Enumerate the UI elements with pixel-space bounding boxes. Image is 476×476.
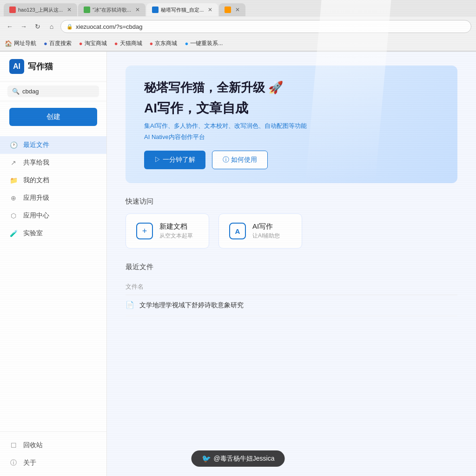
sidebar-label-upgrade: 应用升级 [23,194,49,202]
bookmark-icon-reinstall: ● [185,40,188,47]
forward-button[interactable]: → [19,21,29,32]
new-doc-title: 新建文档 [159,222,193,231]
quick-access-section: 快速访问 + 新建文档 从空文本起草 A AI写作 [126,197,457,249]
column-name: 文件名 [126,283,457,291]
tab-2[interactable]: "冰"在苏轼诗歌... ✕ [78,3,145,16]
tab-label-3: 秘塔写作猫_自定... [161,7,204,13]
search-bar[interactable]: 🔍 [7,86,99,97]
new-doc-desc: 从空文本起草 [159,232,193,240]
ai-writing-text: AI写作 让AI辅助您 [252,222,280,240]
recent-files-section: 最近文件 文件名 📄 文学地理学视域下舒婷诗歌意象研究 [126,263,457,316]
address-bar[interactable]: 🔒 xiezuocat.com/?s=cbdag [60,20,471,33]
ai-writing-desc: 让AI辅助您 [252,232,280,240]
bookmark-label-taobao: 淘宝商城 [85,40,107,47]
tab-favicon-3 [152,7,159,13]
hero-title-line1: 秘塔写作猫，全新升级 🚀 [144,79,439,96]
bookmark-label-tianmao: 天猫商城 [120,40,142,47]
file-name: 文学地理学视域下舒婷诗歌意象研究 [139,301,244,310]
sidebar-label-shared: 共享给我 [23,159,49,167]
sidebar-item-app-center[interactable]: ⬡ 应用中心 [0,207,106,225]
main-content: 秘塔写作猫，全新升级 🚀 AI写作，文章自成 集AI写作、多人协作、文本校对、改… [107,52,476,476]
tab-favicon-2 [84,7,90,13]
sidebar-item-lab[interactable]: 🧪 实验室 [0,225,106,242]
trash-icon: ☐ [9,441,18,450]
hero-buttons: ▷ 一分钟了解 ⓘ 如何使用 [144,151,439,169]
bookmark-icon-jd: ● [150,40,153,47]
nav-items: 🕐 最近文件 ↗ 共享给我 📁 我的文档 ⊕ 应用升级 ⬡ 应用中心 🧪 实验 [0,132,106,431]
sidebar-item-recent-files[interactable]: 🕐 最近文件 [0,136,106,154]
watermark-text: @毒舌杨牛妞Jessica [214,455,275,463]
bookmark-jd[interactable]: ● 京东商城 [150,40,178,47]
sidebar-item-trash[interactable]: ☐ 回收站 [0,436,106,454]
bookmark-reinstall[interactable]: ● 一键重装系... [185,40,223,47]
quick-access-grid: + 新建文档 从空文本起草 A AI写作 让AI辅助您 [126,213,457,249]
bookmark-taobao[interactable]: ● 淘宝商城 [79,40,107,47]
lock-icon: 🔒 [66,24,73,30]
sidebar-label-recent: 最近文件 [23,141,49,149]
file-doc-icon: 📄 [126,301,135,310]
learn-more-button[interactable]: ▷ 一分钟了解 [144,151,205,169]
sidebar: AI 写作猫 🔍 创建 🕐 最近文件 ↗ 共享给我 📁 我的文档 [0,52,107,476]
app-center-icon: ⬡ [9,212,18,220]
sidebar-label-trash: 回收站 [23,441,43,450]
bookmark-wangzhi[interactable]: 🏠 网址导航 [5,40,36,47]
tab-close-1[interactable]: ✕ [67,7,72,13]
create-button[interactable]: 创建 [9,108,97,126]
ai-icon: A [235,227,240,235]
hero-banner: 秘塔写作猫，全新升级 🚀 AI写作，文章自成 集AI写作、多人协作、文本校对、改… [126,66,457,183]
sidebar-label-lab: 实验室 [23,229,43,238]
sidebar-item-about[interactable]: ⓘ 关于 [0,454,106,472]
tab-close-2[interactable]: ✕ [135,7,140,13]
bookmark-icon-tianmao: ● [114,40,118,47]
reload-button[interactable]: ↻ [33,21,43,32]
bookmark-baidu[interactable]: ● 百度搜索 [44,40,72,47]
sidebar-item-shared[interactable]: ↗ 共享给我 [0,154,106,172]
browser-chrome: hao123_上网从这... ✕ "冰"在苏轼诗歌... ✕ 秘塔写作猫_自定.… [0,0,476,52]
bookmark-tianmao[interactable]: ● 天猫商城 [114,40,142,47]
tab-close-3[interactable]: ✕ [208,7,212,13]
quick-card-new-doc[interactable]: + 新建文档 从空文本起草 [126,213,209,249]
search-input[interactable] [22,88,94,95]
share-icon: ↗ [9,159,18,167]
bookmark-label-reinstall: 一键重装系... [190,40,223,47]
tab-1[interactable]: hao123_上网从这... ✕ [4,3,77,16]
how-to-use-button[interactable]: ⓘ 如何使用 [212,151,268,169]
recent-files-title: 最近文件 [126,263,457,271]
logo-icon: AI [9,59,24,74]
nav-bar: ← → ↻ ⌂ 🔒 xiezuocat.com/?s=cbdag [0,17,476,36]
tab-3[interactable]: 秘塔写作猫_自定... ✕ [146,3,218,16]
new-doc-text: 新建文档 从空文本起草 [159,222,193,240]
folder-icon: 📁 [9,176,18,185]
address-text: xiezuocat.com/?s=cbdag [76,23,142,30]
sidebar-item-app-upgrade[interactable]: ⊕ 应用升级 [0,189,106,207]
files-table-header: 文件名 [126,279,457,295]
upgrade-icon: ⊕ [9,194,18,202]
bookmark-icon-taobao: ● [79,40,83,47]
sidebar-label-about: 关于 [23,459,36,467]
tab-label-1: hao123_上网从这... [18,7,63,13]
tab-favicon-4 [225,7,231,13]
sidebar-item-my-docs[interactable]: 📁 我的文档 [0,172,106,189]
bookmark-label-wangzhi: 网址导航 [14,40,36,47]
hero-desc: 集AI写作、多人协作、文本校对、改写润色、自动配图等功能 [144,122,439,130]
files-table: 文件名 📄 文学地理学视域下舒婷诗歌意象研究 [126,279,457,316]
watermark: 🐦 @毒舌杨牛妞Jessica [192,450,285,467]
tab-close-4[interactable]: ✕ [235,7,240,13]
hero-platform: AI Native内容创作平台 [144,133,439,141]
tab-bar: hao123_上网从这... ✕ "冰"在苏轼诗歌... ✕ 秘塔写作猫_自定.… [0,0,476,17]
back-button[interactable]: ← [5,21,15,32]
bookmark-label-jd: 京东商城 [155,40,177,47]
lab-icon: 🧪 [9,229,18,238]
bookmark-label-baidu: 百度搜索 [49,40,72,47]
quick-access-title: 快速访问 [126,197,457,206]
tab-4[interactable]: ✕ [219,3,245,16]
new-doc-icon: + [136,223,153,239]
quick-card-ai-writing[interactable]: A AI写作 让AI辅助您 [218,213,302,249]
home-button[interactable]: ⌂ [46,21,57,32]
bookmark-icon-wangzhi: 🏠 [5,40,12,47]
bookmark-icon-baidu: ● [44,40,47,47]
search-area: 🔍 [0,82,106,101]
table-row[interactable]: 📄 文学地理学视域下舒婷诗歌意象研究 [126,295,457,316]
info-icon: ⓘ [9,459,18,467]
page-content: AI 写作猫 🔍 创建 🕐 最近文件 ↗ 共享给我 📁 我的文档 [0,52,476,476]
